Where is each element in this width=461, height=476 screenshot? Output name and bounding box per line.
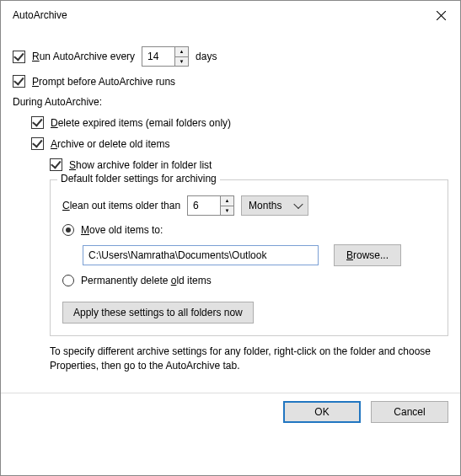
run-autoarchive-label: Run AutoArchive every: [32, 51, 135, 62]
close-button[interactable]: [421, 1, 460, 29]
default-settings-group: Default folder settings for archiving Cl…: [50, 179, 448, 336]
days-label: days: [196, 51, 217, 62]
show-folder-label: Show archive folder in folder list: [69, 159, 212, 171]
during-heading: During AutoArchive:: [13, 96, 448, 108]
prompt-checkbox[interactable]: [13, 75, 25, 88]
perm-delete-label: Permanently delete old items: [81, 275, 212, 286]
delete-expired-checkbox[interactable]: [31, 116, 44, 129]
title-bar: AutoArchive: [1, 1, 460, 29]
cancel-button[interactable]: Cancel: [371, 401, 448, 423]
prompt-label: Prompt before AutoArchive runs: [32, 76, 175, 88]
archive-delete-label: Archive or delete old items: [51, 138, 169, 150]
apply-all-button[interactable]: Apply these settings to all folders now: [62, 302, 254, 324]
delete-expired-label: Delete expired items (email folders only…: [51, 117, 231, 129]
show-folder-checkbox[interactable]: [50, 158, 62, 171]
run-every-value[interactable]: [142, 47, 174, 66]
help-text: To specify different archive settings fo…: [50, 345, 448, 374]
unit-dropdown[interactable]: Months: [241, 195, 308, 216]
clean-out-value[interactable]: [188, 196, 220, 215]
ok-button[interactable]: OK: [283, 401, 361, 423]
dialog-content: Run AutoArchive every ▲ ▼ days Prompt be…: [1, 29, 460, 391]
spin-down-icon[interactable]: ▼: [221, 206, 233, 216]
run-every-spinner[interactable]: ▲ ▼: [142, 46, 189, 67]
spin-up-icon[interactable]: ▲: [221, 196, 233, 206]
archive-delete-checkbox[interactable]: [31, 137, 44, 150]
archive-path-input[interactable]: [83, 245, 319, 265]
spin-up-icon[interactable]: ▲: [175, 47, 188, 57]
move-items-label: Move old items to:: [81, 224, 163, 236]
perm-delete-radio[interactable]: [62, 275, 74, 286]
run-autoarchive-checkbox[interactable]: [13, 51, 25, 63]
clean-out-spinner[interactable]: ▲ ▼: [187, 195, 234, 216]
browse-button[interactable]: Browse...: [334, 244, 401, 266]
move-items-radio[interactable]: [62, 224, 74, 236]
spin-down-icon[interactable]: ▼: [175, 57, 188, 67]
clean-out-label: Clean out items older than: [62, 200, 180, 211]
window-title: AutoArchive: [13, 9, 67, 21]
dialog-footer: OK Cancel: [1, 393, 460, 423]
unit-value: Months: [249, 200, 281, 211]
group-legend: Default folder settings for archiving: [57, 173, 220, 185]
close-icon: [437, 11, 446, 20]
